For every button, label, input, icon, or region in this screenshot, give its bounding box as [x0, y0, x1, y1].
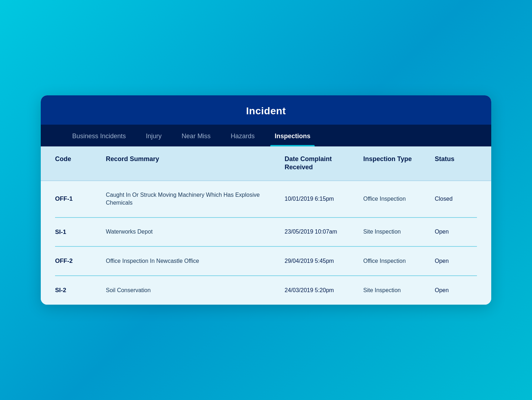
cell-summary-2: Office Inspection In Newcastle Office [102, 257, 280, 265]
tab-business-incidents[interactable]: Business Incidents [62, 125, 136, 146]
cell-status-3: Open [430, 286, 477, 294]
cell-summary-3: Soil Conservation [102, 286, 280, 294]
cell-code-3: SI-2 [55, 286, 102, 295]
cell-date-1: 23/05/2019 10:07am [280, 228, 359, 236]
main-card: Incident Business Incidents Injury Near … [41, 95, 491, 305]
tab-bar: Business Incidents Injury Near Miss Haza… [41, 125, 491, 146]
cell-code-2: OFF-2 [55, 257, 102, 265]
page-title: Incident [41, 105, 491, 117]
col-header-code: Code [55, 146, 102, 180]
table-header-row: Code Record Summary Date Complaint Recei… [41, 146, 491, 181]
table-row: SI-2 Soil Conservation 24/03/2019 5:20pm… [55, 276, 477, 305]
col-header-record-summary: Record Summary [102, 146, 280, 180]
cell-summary-1: Waterworks Depot [102, 228, 280, 236]
cell-type-1: Site Inspection [359, 228, 430, 236]
table-row: OFF-1 Caught In Or Struck Moving Machine… [55, 181, 477, 218]
cell-status-0: Closed [430, 195, 477, 203]
tab-inspections[interactable]: Inspections [265, 125, 320, 146]
tab-hazards[interactable]: Hazards [221, 125, 265, 146]
cell-type-2: Office Inspection [359, 257, 430, 265]
cell-date-2: 29/04/2019 5:45pm [280, 257, 359, 265]
cell-summary-0: Caught In Or Struck Moving Machinery Whi… [102, 191, 280, 207]
tab-near-miss[interactable]: Near Miss [172, 125, 221, 146]
cell-code-0: OFF-1 [55, 195, 102, 203]
cell-type-3: Site Inspection [359, 286, 430, 294]
col-header-inspection-type: Inspection Type [359, 146, 430, 180]
cell-status-2: Open [430, 257, 477, 265]
table-row: OFF-2 Office Inspection In Newcastle Off… [55, 247, 477, 276]
table-area: Code Record Summary Date Complaint Recei… [41, 146, 491, 305]
cell-type-0: Office Inspection [359, 195, 430, 203]
cell-date-3: 24/03/2019 5:20pm [280, 286, 359, 294]
col-header-date-complaint: Date Complaint Received [280, 146, 359, 180]
cell-date-0: 10/01/2019 6:15pm [280, 195, 359, 203]
table-row: SI-1 Waterworks Depot 23/05/2019 10:07am… [55, 218, 477, 247]
tab-injury[interactable]: Injury [136, 125, 172, 146]
col-header-status: Status [430, 146, 477, 180]
table-body: OFF-1 Caught In Or Struck Moving Machine… [41, 181, 491, 305]
cell-status-1: Open [430, 228, 477, 236]
cell-code-1: SI-1 [55, 228, 102, 236]
card-header: Incident [41, 95, 491, 125]
